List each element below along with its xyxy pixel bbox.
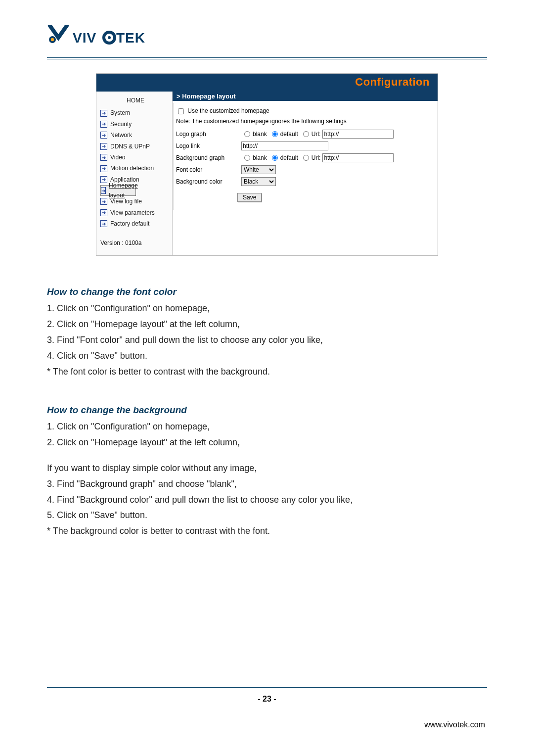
nav-item-network[interactable]: ➜Network xyxy=(100,130,171,141)
nav-item-view-parameters[interactable]: ➜View parameters xyxy=(100,207,171,218)
nav-item-factory-default[interactable]: ➜Factory default xyxy=(100,218,171,229)
row-logo-link: Logo link xyxy=(176,142,430,150)
radio-bg-url[interactable] xyxy=(303,155,309,161)
nav-item-ddns-upnp[interactable]: ➜DDNS & UPnP xyxy=(100,141,171,152)
section-background: How to change the background 1. Click on… xyxy=(47,403,487,539)
radio-bg-blank[interactable] xyxy=(244,155,250,161)
nav-version: Version : 0100a xyxy=(100,238,171,248)
svg-text:VIV: VIV xyxy=(73,30,96,46)
svg-point-4 xyxy=(108,36,111,39)
arrow-right-icon: ➜ xyxy=(100,110,107,117)
label-logo-link: Logo link xyxy=(176,142,236,149)
site-url: www.vivotek.com xyxy=(47,720,487,729)
row-bg-graph: Background graph blank default Url: xyxy=(176,153,430,162)
radio-bg-default[interactable] xyxy=(272,155,278,161)
row-font-color: Font color White xyxy=(176,165,430,174)
nav-item-security[interactable]: ➜Security xyxy=(100,119,171,130)
config-title: Configuration xyxy=(96,74,438,92)
use-custom-checkbox[interactable] xyxy=(178,108,184,114)
arrow-right-icon: ➜ xyxy=(100,132,107,139)
label-logo-graph: Logo graph xyxy=(176,131,236,138)
manual-text: How to change the font color 1. Click on… xyxy=(47,284,487,539)
row-bg-color: Background color Black xyxy=(176,177,430,186)
heading-font-color: How to change the font color xyxy=(47,284,487,299)
arrow-right-icon: ➜ xyxy=(100,154,107,161)
top-divider xyxy=(47,57,487,59)
nav-home[interactable]: HOME xyxy=(100,94,171,107)
use-custom-label: Use the customized homepage xyxy=(187,107,269,114)
label-bg-graph: Background graph xyxy=(176,154,236,161)
input-logo-link[interactable] xyxy=(241,142,328,150)
vivotek-wordmark-icon: VIV TEK xyxy=(73,30,155,47)
page-footer: - 23 - www.vivotek.com xyxy=(47,675,487,729)
brand-logo: VIV TEK xyxy=(47,25,487,47)
config-main: > Homepage layout Use the customized hom… xyxy=(173,92,438,255)
arrow-right-icon: ➜ xyxy=(100,209,107,216)
radio-logo-default[interactable] xyxy=(272,131,278,137)
svg-point-1 xyxy=(51,38,54,41)
vivotek-mark-icon xyxy=(47,25,70,47)
arrow-right-icon: ➜ xyxy=(100,121,107,128)
nav-item-motion-detection[interactable]: ➜Motion detection xyxy=(100,163,171,174)
input-logo-url[interactable] xyxy=(322,130,394,139)
heading-background: How to change the background xyxy=(47,403,487,417)
radio-logo-blank[interactable] xyxy=(244,131,250,137)
svg-text:TEK: TEK xyxy=(116,30,145,46)
nav-item-system[interactable]: ➜System xyxy=(100,107,171,118)
select-font-color[interactable]: White xyxy=(241,165,276,174)
label-bg-color: Background color xyxy=(176,178,236,185)
arrow-right-icon: ➜ xyxy=(100,165,107,172)
custom-note: Note: The customerized homepage ignores … xyxy=(176,118,430,125)
page-number: - 23 - xyxy=(47,695,487,704)
bottom-divider xyxy=(47,686,487,688)
arrow-right-icon: ➜ xyxy=(100,176,107,183)
input-bg-url[interactable] xyxy=(322,153,394,162)
radio-logo-url[interactable] xyxy=(303,131,309,137)
row-logo-graph: Logo graph blank default Url: xyxy=(176,130,430,139)
nav-item-homepage-layout[interactable]: ➜Homepage layout xyxy=(100,185,136,196)
arrow-right-icon: ➜ xyxy=(100,143,107,150)
arrow-right-icon: ➜ xyxy=(100,220,107,227)
page: VIV TEK Configuration HOME ➜System ➜Secu… xyxy=(0,0,534,756)
nav-item-view-log-file[interactable]: ➜View log file xyxy=(100,196,171,207)
arrow-right-icon: ➜ xyxy=(100,198,107,205)
use-custom-row: Use the customized homepage xyxy=(176,107,430,116)
section-header: > Homepage layout xyxy=(173,92,438,101)
label-font-color: Font color xyxy=(176,166,236,173)
select-bg-color[interactable]: Black xyxy=(241,177,276,186)
nav-item-video[interactable]: ➜Video xyxy=(100,152,171,163)
config-nav: HOME ➜System ➜Security ➜Network ➜DDNS & … xyxy=(96,92,173,255)
arrow-right-icon: ➜ xyxy=(101,187,106,194)
config-screenshot: Configuration HOME ➜System ➜Security ➜Ne… xyxy=(96,73,438,256)
save-button[interactable]: Save xyxy=(237,193,262,202)
section-font-color: How to change the font color 1. Click on… xyxy=(47,284,487,379)
